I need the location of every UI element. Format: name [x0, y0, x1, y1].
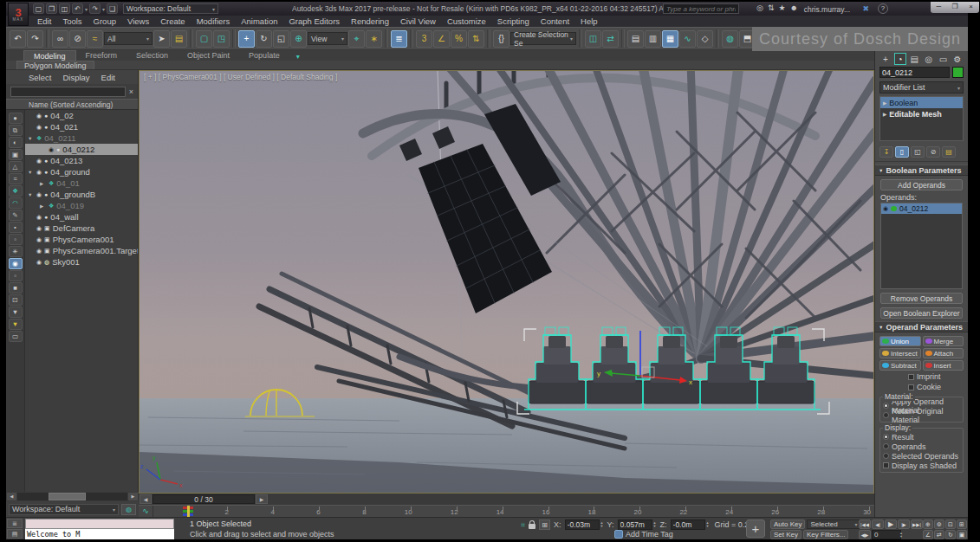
menu-rendering[interactable]: Rendering	[351, 16, 389, 26]
folder-icon[interactable]: ▭	[9, 331, 23, 342]
ribbon-tab-object-paint[interactable]: Object Paint	[178, 50, 239, 61]
show-end-result-icon[interactable]: ▯	[895, 146, 909, 158]
key-mode-toggle-icon[interactable]: ◀▶	[859, 530, 871, 539]
schematic-view-icon[interactable]: ◇	[697, 30, 713, 48]
unlink-selection-icon[interactable]: ⊘	[69, 30, 86, 48]
menu-tools[interactable]: Tools	[62, 16, 81, 26]
current-frame-field[interactable]	[872, 530, 901, 539]
operands-list[interactable]: ◉ 04_0212	[880, 203, 963, 289]
selection-filter-dropdown[interactable]: All▾	[104, 32, 153, 45]
menu-content[interactable]: Content	[541, 16, 569, 26]
explorer-column-header[interactable]: Name (Sorted Ascending)	[6, 99, 138, 110]
list-item[interactable]: ◉▣PhysCamera001.Target	[25, 245, 138, 256]
menu-graph-editors[interactable]: Graph Editors	[289, 16, 340, 26]
selection-lock-icon[interactable]	[529, 524, 535, 529]
display-frozen-icon[interactable]: ▫	[9, 270, 23, 281]
curve-editor-icon[interactable]: ∿	[679, 30, 696, 48]
eye-icon[interactable]: ◉	[36, 158, 42, 165]
mini-curve-editor-icon[interactable]: ∿	[139, 506, 153, 517]
display-as-shaded-checkbox-row[interactable]: Display as Shaded	[883, 461, 960, 470]
time-slider[interactable]	[183, 506, 197, 518]
display-tab-icon[interactable]: ▭	[937, 53, 949, 65]
add-operands-button[interactable]: Add Operands	[880, 179, 963, 190]
select-scale-icon[interactable]: ◱	[273, 30, 289, 48]
display-helpers-icon[interactable]: △	[9, 161, 23, 172]
operand-parameters-rollout[interactable]: ▼ Operand Parameters	[875, 321, 968, 332]
list-item[interactable]: ◉●04_0213	[25, 155, 138, 166]
collapse-icon[interactable]: ▶	[40, 181, 46, 186]
absolute-mode-icon[interactable]: ⊞	[539, 519, 550, 530]
list-item[interactable]: ▼❖04_0211	[25, 132, 138, 144]
filter-active-icon[interactable]: ▼	[9, 319, 23, 330]
display-result-radio[interactable]: Result	[883, 432, 960, 442]
new-scene-icon[interactable]: ▢	[33, 3, 44, 14]
zoom-icon[interactable]: ⊕	[923, 519, 933, 529]
key-mode-dropdown[interactable]: Selected ▾	[807, 519, 860, 529]
menu-modifiers[interactable]: Modifiers	[197, 16, 230, 26]
list-item[interactable]: ▶❖04_01	[25, 177, 138, 189]
3dsmax-logo[interactable]: 3 MAX	[8, 3, 29, 26]
list-item[interactable]: ◉◍Sky001	[25, 256, 138, 268]
list-item[interactable]: ▼◉●04_ground	[25, 166, 138, 177]
display-frame-icon[interactable]: ⊡	[9, 294, 23, 306]
redo-icon[interactable]: ↷	[89, 3, 101, 14]
list-item[interactable]: ◉▣PhysCamera001	[25, 234, 138, 245]
select-place-icon[interactable]: ⊕	[290, 30, 307, 48]
polygon-modeling-panel[interactable]: Polygon Modeling	[16, 61, 94, 69]
menu-animation[interactable]: Animation	[241, 16, 277, 26]
search-input[interactable]	[663, 3, 739, 14]
eye-icon[interactable]: ◉	[883, 205, 888, 212]
angle-snap-icon[interactable]: ∠	[433, 30, 450, 48]
pivot-point-icon[interactable]: ⌖	[348, 30, 365, 48]
y-spinner[interactable]: ▲▼	[653, 521, 657, 528]
mirror-icon[interactable]: ◫	[585, 30, 601, 48]
edit-named-selections-icon[interactable]: {}	[493, 30, 509, 48]
maxscript-listener-icon[interactable]: ≣	[7, 519, 23, 528]
display-spacewarps-icon[interactable]: ≈	[9, 173, 23, 184]
eye-icon[interactable]: ◉	[36, 191, 42, 198]
display-operands-radio[interactable]: Operands	[883, 442, 960, 451]
imprint-checkbox-row[interactable]: Imprint	[908, 372, 968, 381]
stack-item-boolean[interactable]: ▶ Boolean	[880, 97, 963, 108]
subtract-button[interactable]: Subtract	[879, 360, 921, 371]
display-as-shaded-checkbox[interactable]	[883, 462, 889, 468]
auto-key-button[interactable]: Auto Key	[770, 519, 805, 529]
z-spinner[interactable]: ▲▼	[706, 521, 710, 528]
play-button[interactable]: ▶	[885, 519, 897, 529]
go-to-start-button[interactable]: |◀◀	[859, 519, 871, 529]
list-item[interactable]: ▼◉●04_groundB	[25, 189, 138, 200]
pin-stack-icon[interactable]: ↧	[879, 146, 893, 158]
isolate-selection-icon[interactable]: ⌗	[521, 520, 525, 530]
viewport[interactable]: [ + ] [ PhysCamera001 ] [ User Defined ]…	[139, 70, 874, 494]
object-name-field[interactable]	[879, 67, 950, 78]
modify-tab-icon[interactable]: ◔	[894, 53, 906, 65]
favorites-star-icon[interactable]: ★	[778, 3, 785, 12]
y-coordinate-field[interactable]	[618, 519, 652, 530]
workspace-dropdown[interactable]: Workspace: Default ▾	[123, 3, 218, 14]
expand-icon[interactable]: ▼	[28, 136, 34, 141]
ribbon-tab-selection[interactable]: Selection	[127, 50, 178, 61]
pan-icon[interactable]: ⇄	[934, 530, 944, 539]
display-selected-operands-radio[interactable]: Selected Operands	[883, 451, 960, 461]
eye-icon[interactable]: ◉	[36, 169, 42, 176]
eye-icon[interactable]: ◉	[36, 124, 42, 131]
menu-edit[interactable]: Edit	[37, 16, 51, 26]
ribbon-toggle-icon[interactable]: ▦	[662, 30, 678, 48]
z-coordinate-field[interactable]	[671, 519, 705, 530]
list-item[interactable]: ▶❖04_019	[25, 200, 138, 211]
open-file-icon[interactable]: ❐	[46, 3, 57, 14]
scroll-thumb[interactable]	[49, 493, 86, 500]
help-icon[interactable]: ?	[878, 3, 888, 14]
collapse-icon[interactable]: ▶	[883, 112, 886, 117]
zoom-all-icon[interactable]: ⊚	[934, 519, 944, 529]
operand-item-selected[interactable]: ◉ 04_0212	[881, 203, 962, 214]
merge-button[interactable]: Merge	[923, 336, 964, 346]
menu-customize[interactable]: Customize	[447, 16, 486, 26]
insert-button[interactable]: Insert	[923, 360, 964, 371]
go-to-end-button[interactable]: ▶▶|	[911, 519, 923, 529]
eye-icon[interactable]: ◉	[49, 146, 54, 153]
select-manipulate-icon[interactable]: ∗	[366, 30, 382, 48]
next-frame-arrow[interactable]: ▶	[256, 494, 268, 504]
select-rotate-icon[interactable]: ↻	[256, 30, 272, 48]
utilities-tab-icon[interactable]: ⚙	[951, 53, 964, 65]
